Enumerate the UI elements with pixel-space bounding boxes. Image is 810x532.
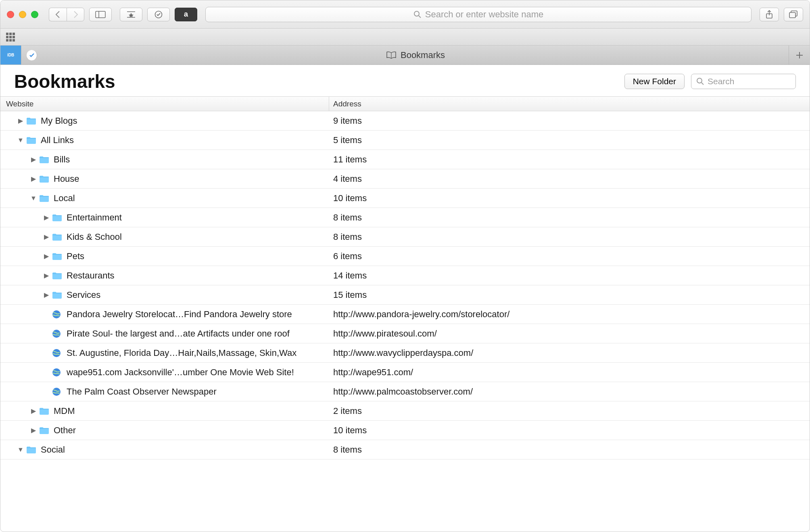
folder-count: 9 items <box>329 116 810 126</box>
search-icon <box>413 10 422 19</box>
folder-row[interactable]: ▼Local10 items <box>0 189 810 208</box>
extension-button-1[interactable] <box>147 8 170 21</box>
sidebar-icon <box>95 11 106 18</box>
folder-row[interactable]: ▶Restaurants14 items <box>0 266 810 285</box>
folder-row[interactable]: ▶MDM2 items <box>0 401 810 421</box>
back-button[interactable] <box>49 8 67 21</box>
new-folder-button[interactable]: New Folder <box>624 74 685 89</box>
folder-row[interactable]: ▶Other10 items <box>0 421 810 440</box>
folder-count: 5 items <box>329 135 810 145</box>
folder-icon <box>39 407 50 416</box>
folder-name: Entertainment <box>67 212 122 223</box>
folder-icon <box>39 194 50 203</box>
folder-icon <box>39 426 50 435</box>
minimize-window-button[interactable] <box>19 11 26 18</box>
folder-icon <box>26 116 37 125</box>
disclosure-triangle-icon[interactable]: ▶ <box>43 214 50 221</box>
disclosure-triangle-icon[interactable]: ▶ <box>30 407 37 415</box>
share-button[interactable] <box>760 8 779 21</box>
folder-row[interactable]: ▶Services15 items <box>0 285 810 305</box>
url-bar[interactable]: Search or enter website name <box>205 7 752 22</box>
folder-name: Pets <box>67 251 84 262</box>
active-tab-label: Bookmarks <box>401 50 445 60</box>
sidebar-toggle-button[interactable] <box>89 8 112 21</box>
close-window-button[interactable] <box>7 11 14 18</box>
folder-count: 2 items <box>329 406 810 416</box>
folder-name: Kids & School <box>67 232 122 242</box>
folder-name: Other <box>54 425 76 436</box>
chevron-right-icon <box>73 11 78 18</box>
folder-row[interactable]: ▶Bills11 items <box>0 150 810 169</box>
folder-icon <box>39 175 50 183</box>
fullscreen-window-button[interactable] <box>31 11 38 18</box>
folder-name: Local <box>54 193 75 204</box>
folder-name: MDM <box>54 406 75 416</box>
disclosure-triangle-icon[interactable]: ▶ <box>17 117 24 125</box>
disclosure-triangle-icon[interactable]: ▶ <box>30 156 37 163</box>
chevron-left-icon <box>55 11 61 18</box>
star-icon <box>127 11 136 18</box>
folder-icon <box>52 233 63 241</box>
column-header-row: Website Address <box>0 96 810 111</box>
folder-row[interactable]: ▼Social8 items <box>0 440 810 459</box>
folder-row[interactable]: ▶Entertainment8 items <box>0 208 810 227</box>
globe-icon <box>52 329 63 338</box>
globe-icon <box>52 349 63 357</box>
folder-row[interactable]: ▶Kids & School8 items <box>0 227 810 247</box>
plus-icon <box>796 52 803 59</box>
bookmark-row[interactable]: The Palm Coast Observer Newspaperhttp://… <box>0 382 810 401</box>
disclosure-triangle-icon[interactable]: ▶ <box>43 291 50 299</box>
folder-row[interactable]: ▼All Links5 items <box>0 131 810 150</box>
pinned-tab-2[interactable] <box>27 50 37 60</box>
disclosure-triangle-icon[interactable]: ▶ <box>43 272 50 279</box>
folder-count: 14 items <box>329 270 810 281</box>
svg-line-6 <box>419 16 421 18</box>
disclosure-triangle-icon[interactable]: ▶ <box>30 175 37 183</box>
active-tab[interactable]: Bookmarks <box>42 46 789 64</box>
pinned-tab-idb[interactable]: iDB <box>0 46 21 64</box>
disclosure-triangle-icon[interactable]: ▶ <box>30 426 37 434</box>
bookmark-row[interactable]: Pandora Jewelry Storelocat…Find Pandora … <box>0 305 810 324</box>
check-icon <box>29 52 35 58</box>
bookmark-row[interactable]: St. Augustine, Florida Day…Hair,Nails,Ma… <box>0 343 810 363</box>
folder-row[interactable]: ▶House4 items <box>0 169 810 189</box>
tabs-icon <box>789 10 798 19</box>
folder-count: 8 items <box>329 232 810 242</box>
column-header-website[interactable]: Website <box>0 97 329 111</box>
tabs-overview-button[interactable] <box>784 8 803 21</box>
folder-icon <box>52 271 63 280</box>
bookmark-url: http://wape951.com/ <box>329 367 810 378</box>
extension-button-2[interactable]: a <box>175 8 197 21</box>
disclosure-triangle-icon[interactable]: ▼ <box>30 195 37 202</box>
folder-count: 11 items <box>329 154 810 165</box>
apps-grid-icon[interactable] <box>6 33 15 42</box>
column-header-address[interactable]: Address <box>329 97 810 111</box>
disclosure-triangle-icon[interactable]: ▶ <box>43 252 50 260</box>
globe-icon <box>52 387 63 396</box>
folder-icon <box>52 291 63 299</box>
folder-row[interactable]: ▶Pets6 items <box>0 247 810 266</box>
bookmarks-search[interactable]: Search <box>691 74 796 89</box>
disclosure-triangle-icon[interactable]: ▶ <box>43 233 50 241</box>
disclosure-triangle-icon[interactable]: ▼ <box>17 446 24 453</box>
bookmark-row[interactable]: wape951.com Jacksonville'…umber One Movi… <box>0 363 810 382</box>
bookmark-url: http://www.pandora-jewelry.com/storeloca… <box>329 309 810 320</box>
folder-name: Social <box>41 445 65 455</box>
search-icon <box>696 77 704 85</box>
new-tab-button[interactable] <box>789 46 810 64</box>
folder-icon <box>39 155 50 164</box>
bookmarks-tree: ▶My Blogs9 items▼All Links5 items▶Bills1… <box>0 111 810 459</box>
forward-button[interactable] <box>67 8 84 21</box>
folder-count: 6 items <box>329 251 810 262</box>
folder-icon <box>52 213 63 222</box>
window-toolbar: a Search or enter website name <box>0 0 810 29</box>
page-header: Bookmarks New Folder Search <box>0 65 810 96</box>
amazon-icon: a <box>184 10 188 19</box>
folder-row[interactable]: ▶My Blogs9 items <box>0 111 810 131</box>
folder-count: 10 items <box>329 193 810 204</box>
disclosure-triangle-icon[interactable]: ▼ <box>17 137 24 144</box>
folder-count: 15 items <box>329 290 810 300</box>
favorites-button[interactable] <box>120 8 142 21</box>
bookmark-row[interactable]: Pirate Soul- the largest and…ate Artifac… <box>0 324 810 343</box>
folder-name: Services <box>67 290 100 300</box>
